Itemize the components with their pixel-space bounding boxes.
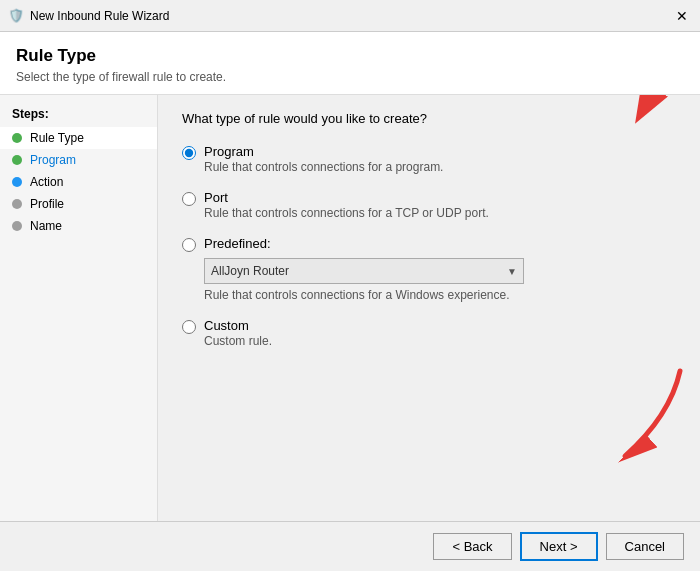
step-indicator-name: [12, 221, 22, 231]
step-indicator-rule-type: [12, 133, 22, 143]
sidebar-label-rule-type: Rule Type: [30, 131, 84, 145]
sidebar-item-profile[interactable]: Profile: [0, 193, 157, 215]
sidebar-item-rule-type[interactable]: Rule Type: [0, 127, 157, 149]
option-group: Program Rule that controls connections f…: [182, 144, 676, 348]
dialog-header: Rule Type Select the type of firewall ru…: [0, 32, 700, 95]
cancel-button[interactable]: Cancel: [606, 533, 684, 560]
step-indicator-action: [12, 177, 22, 187]
option-label-predefined: Predefined:: [204, 236, 271, 251]
step-indicator-program: [12, 155, 22, 165]
sidebar-label-profile: Profile: [30, 197, 64, 211]
radio-custom[interactable]: [182, 320, 196, 334]
sidebar: Steps: Rule Type Program Action Profile …: [0, 95, 158, 521]
next-button[interactable]: Next >: [520, 532, 598, 561]
main-content: What type of rule would you like to crea…: [158, 95, 700, 521]
step-indicator-profile: [12, 199, 22, 209]
sidebar-label-program: Program: [30, 153, 76, 167]
page-title: Rule Type: [16, 46, 684, 66]
sidebar-item-program[interactable]: Program: [0, 149, 157, 171]
back-button[interactable]: < Back: [433, 533, 511, 560]
chevron-down-icon: ▼: [507, 266, 517, 277]
option-label-custom: Custom: [204, 318, 249, 333]
option-port: Port Rule that controls connections for …: [182, 190, 676, 220]
option-label-port: Port: [204, 190, 228, 205]
sidebar-label-name: Name: [30, 219, 62, 233]
predefined-dropdown[interactable]: AllJoyn Router ▼: [204, 258, 524, 284]
dialog-body: Steps: Rule Type Program Action Profile …: [0, 95, 700, 521]
dropdown-value: AllJoyn Router: [211, 264, 289, 278]
title-bar: 🛡️ New Inbound Rule Wizard ✕: [0, 0, 700, 32]
question-text: What type of rule would you like to crea…: [182, 111, 676, 126]
option-desc-port: Rule that controls connections for a TCP…: [204, 206, 676, 220]
predefined-dropdown-row: AllJoyn Router ▼: [204, 258, 676, 284]
option-predefined: Predefined: AllJoyn Router ▼ Rule that c…: [182, 236, 676, 302]
title-bar-text: New Inbound Rule Wizard: [30, 9, 672, 23]
annotation-arrow-bottom: [550, 366, 690, 466]
sidebar-item-name[interactable]: Name: [0, 215, 157, 237]
sidebar-item-action[interactable]: Action: [0, 171, 157, 193]
option-desc-program: Rule that controls connections for a pro…: [204, 160, 676, 174]
option-desc-custom: Custom rule.: [204, 334, 676, 348]
close-button[interactable]: ✕: [672, 6, 692, 26]
option-desc-predefined: Rule that controls connections for a Win…: [204, 288, 676, 302]
sidebar-label-action: Action: [30, 175, 63, 189]
radio-predefined[interactable]: [182, 238, 196, 252]
dialog: Rule Type Select the type of firewall ru…: [0, 32, 700, 571]
radio-port[interactable]: [182, 192, 196, 206]
steps-label: Steps:: [0, 107, 157, 127]
option-custom: Custom Custom rule.: [182, 318, 676, 348]
title-bar-icon: 🛡️: [8, 8, 24, 24]
option-program: Program Rule that controls connections f…: [182, 144, 676, 174]
page-subtitle: Select the type of firewall rule to crea…: [16, 70, 684, 84]
radio-program[interactable]: [182, 146, 196, 160]
option-label-program: Program: [204, 144, 254, 159]
dialog-footer: < Back Next > Cancel: [0, 521, 700, 571]
